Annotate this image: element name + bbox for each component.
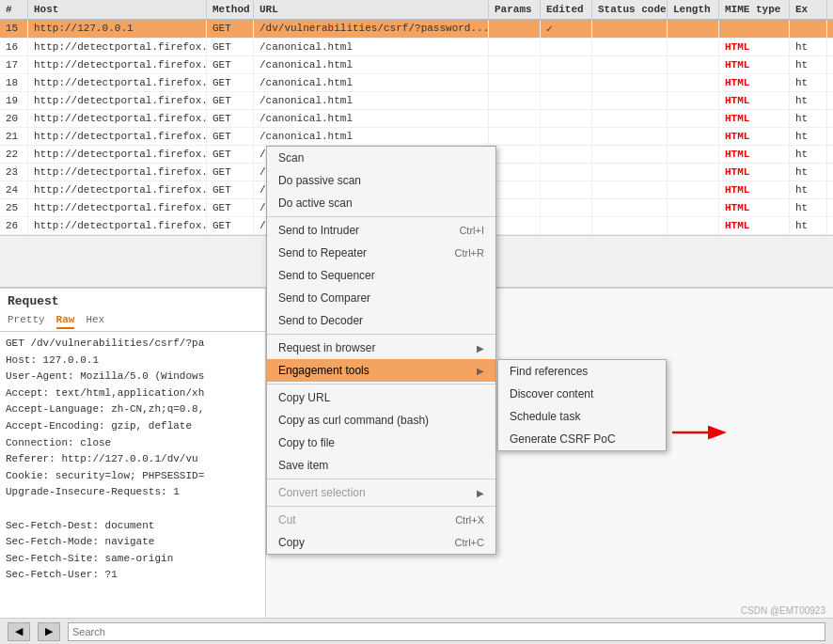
tab-hex[interactable]: Hex <box>86 312 104 329</box>
menu-item-request-in-browser[interactable]: Request in browser▶ <box>267 337 495 359</box>
menu-item-label: Do passive scan <box>278 174 361 187</box>
menu-item-label: Do active scan <box>278 196 353 210</box>
cell <box>489 128 541 145</box>
cell: http://detectportal.firefox.c... <box>28 181 207 198</box>
menu-item-send-to-comparer[interactable]: Send to Comparer <box>267 287 495 309</box>
menu-item-scan[interactable]: Scan <box>267 147 495 169</box>
cell: /canonical.html <box>254 74 489 91</box>
menu-item-copy-url[interactable]: Copy URL <box>267 386 495 409</box>
cell <box>668 199 719 216</box>
request-line: User-Agent: Mozilla/5.0 (Windows <box>6 369 259 385</box>
cell: 21 <box>0 128 28 145</box>
submenu-item-schedule-task[interactable]: Schedule task <box>498 405 666 428</box>
cell: /canonical.html <box>254 92 489 109</box>
table-row[interactable]: 19http://detectportal.firefox.c...GET/ca… <box>0 92 833 110</box>
cell <box>592 217 668 234</box>
cell <box>489 199 541 216</box>
menu-item-copy-to-file[interactable]: Copy to file <box>267 432 495 454</box>
menu-separator <box>267 479 495 479</box>
cell: HTML <box>719 217 790 234</box>
request-tabs: Pretty Raw Hex <box>0 310 265 332</box>
cell: ht <box>790 110 827 127</box>
request-line: GET /dv/vulnerabilities/csrf/?pa <box>6 336 259 353</box>
table-row[interactable]: 18http://detectportal.firefox.c...GET/ca… <box>0 74 833 92</box>
tab-pretty[interactable]: Pretty <box>8 312 45 329</box>
cell <box>541 199 592 216</box>
menu-item-copy[interactable]: CopyCtrl+C <box>267 531 495 554</box>
menu-item-cut[interactable]: CutCtrl+X <box>267 509 495 531</box>
submenu-item-discover-content[interactable]: Discover content <box>498 383 666 405</box>
request-line: Accept-Encoding: gzip, deflate <box>6 418 259 435</box>
table-row[interactable]: 15http://127.0.0.1GET/dv/vulnerabilities… <box>0 20 833 39</box>
cell: /canonical.html <box>254 110 489 127</box>
cell <box>489 39 541 55</box>
menu-item-save-item[interactable]: Save item <box>267 454 495 477</box>
generate-csrf-arrow-indicator <box>670 421 736 447</box>
request-line: Accept-Language: zh-CN,zh;q=0.8, <box>6 401 259 418</box>
cell <box>668 110 719 127</box>
cell <box>668 146 719 163</box>
menu-separator <box>267 506 495 507</box>
menu-separator <box>267 216 495 217</box>
table-row[interactable]: 16http://detectportal.firefox.c...GET/ca… <box>0 39 833 56</box>
request-line: Host: 127.0.0.1 <box>6 353 259 369</box>
search-input[interactable] <box>68 622 825 641</box>
request-line: Sec-Fetch-Site: same-origin <box>6 551 259 568</box>
request-line: Accept: text/html,application/xh <box>6 385 259 402</box>
cell: /canonical.html <box>254 56 489 73</box>
cell: http://detectportal.firefox.c... <box>28 39 207 55</box>
cell: HTML <box>719 164 790 181</box>
request-line: Connection: close <box>6 435 259 452</box>
request-line: Sec-Fetch-Dest: document <box>6 518 259 535</box>
menu-item-engagement-tools[interactable]: Engagement tools▶Find referencesDiscover… <box>267 359 495 382</box>
menu-item-send-to-intruder[interactable]: Send to IntruderCtrl+I <box>267 219 495 242</box>
col-header-method: Method <box>207 0 254 19</box>
cell: 22 <box>0 146 28 163</box>
cell: /canonical.html <box>254 39 489 55</box>
col-header-edited: Edited <box>541 0 592 19</box>
menu-item-send-to-sequencer[interactable]: Send to Sequencer <box>267 264 495 287</box>
cell: GET <box>207 20 254 38</box>
forward-button[interactable]: ▶ <box>38 622 60 641</box>
request-panel: Request Pretty Raw Hex GET /dv/vulnerabi… <box>0 287 266 644</box>
menu-item-do-passive-scan[interactable]: Do passive scan <box>267 169 495 192</box>
cell <box>592 164 668 181</box>
back-button[interactable]: ◀ <box>8 622 30 641</box>
cell: HTML <box>719 199 790 216</box>
menu-item-copy-as-curl-command-(bash)[interactable]: Copy as curl command (bash) <box>267 409 495 432</box>
menu-item-send-to-repeater[interactable]: Send to RepeaterCtrl+R <box>267 242 495 264</box>
submenu-arrow-icon: ▶ <box>477 366 484 376</box>
cell: HTML <box>719 39 790 55</box>
cell <box>541 92 592 109</box>
col-header-status: Status code <box>592 0 668 19</box>
cell: HTML <box>719 181 790 198</box>
cell: GET <box>207 39 254 55</box>
menu-item-label: Copy as curl command (bash) <box>278 414 429 427</box>
cell: GET <box>207 199 254 216</box>
cell: 19 <box>0 92 28 109</box>
cell <box>592 199 668 216</box>
menu-item-do-active-scan[interactable]: Do active scan <box>267 192 495 214</box>
request-content: GET /dv/vulnerabilities/csrf/?paHost: 12… <box>0 332 265 620</box>
cell <box>719 20 790 38</box>
table-row[interactable]: 17http://detectportal.firefox.c...GET/ca… <box>0 56 833 74</box>
cell: HTML <box>719 74 790 91</box>
col-header-num: # <box>0 0 28 19</box>
request-line <box>6 584 259 601</box>
menu-item-label: Copy to file <box>278 436 335 449</box>
context-menu: ScanDo passive scanDo active scanSend to… <box>266 146 496 555</box>
tab-raw[interactable]: Raw <box>56 312 75 329</box>
table-row[interactable]: 21http://detectportal.firefox.c...GET/ca… <box>0 128 833 146</box>
cell: 15 <box>0 20 28 38</box>
menu-item-label: Convert selection <box>278 486 366 499</box>
request-line: Sec-Fetch-User: ?1 <box>6 567 259 584</box>
cell <box>668 39 719 55</box>
cell: GET <box>207 110 254 127</box>
table-row[interactable]: 20http://detectportal.firefox.c...GET/ca… <box>0 110 833 128</box>
menu-item-convert-selection[interactable]: Convert selection▶ <box>267 481 495 504</box>
submenu-item-generate-csrf-poc[interactable]: Generate CSRF PoC <box>498 428 666 450</box>
submenu-item-find-references[interactable]: Find references <box>498 360 666 383</box>
cell <box>489 56 541 73</box>
menu-item-send-to-decoder[interactable]: Send to Decoder <box>267 309 495 332</box>
cell <box>489 92 541 109</box>
